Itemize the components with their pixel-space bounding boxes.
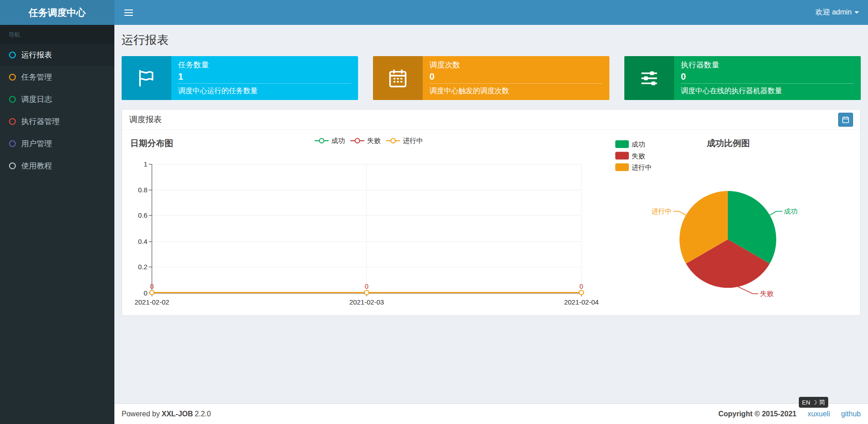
- circle-icon: [9, 140, 16, 148]
- circle-icon: [9, 95, 16, 103]
- y-axis-tick-label: 0: [144, 289, 147, 297]
- pie-legend-item-success[interactable]: 成功: [615, 140, 645, 148]
- info-box-job-count: 任务数量 1 调度中心运行的任务数量: [122, 56, 358, 100]
- axes: [149, 164, 581, 296]
- sidebar-menu: 运行报表 任务管理 调度日志 执行器管理 用户管理: [0, 44, 114, 177]
- y-axis-tick-label: 0.6: [138, 211, 147, 219]
- x-axis-tick-label: 2021-02-04: [564, 298, 599, 306]
- sidebar-item-job-management[interactable]: 任务管理: [0, 66, 114, 88]
- ime-indicator[interactable]: EN ☽ 简: [799, 397, 828, 408]
- welcome-text: 欢迎 admin: [816, 8, 852, 17]
- legend-label: 成功: [632, 140, 645, 148]
- sidebar: 导航 运行报表 任务管理 调度日志 执行器管理: [0, 25, 114, 424]
- info-box-content: 任务数量 1 调度中心运行的任务数量: [171, 56, 358, 100]
- x-axis-tick-label: 2021-02-03: [349, 298, 384, 306]
- pie-legend-item-running[interactable]: 进行中: [615, 163, 652, 171]
- info-box-value: 0: [429, 71, 603, 82]
- github-link[interactable]: github: [841, 410, 861, 418]
- panel-title: 调度报表: [129, 114, 162, 125]
- info-box-row: 任务数量 1 调度中心运行的任务数量 调度次数 0 调度中心触发的调度次数: [122, 56, 861, 100]
- info-box-content: 调度次数 0 调度中心触发的调度次数: [423, 56, 609, 100]
- pie-slice-label: 进行中: [651, 207, 672, 215]
- app-logo[interactable]: 任务调度中心: [0, 0, 114, 25]
- data-point-marker[interactable]: [150, 291, 154, 295]
- info-box-desc: 调度中心触发的调度次数: [429, 83, 603, 100]
- legend-label: 失败: [367, 137, 381, 144]
- powered-by: Powered byXXL-JOB2.2.0: [122, 410, 211, 418]
- y-axis-tick-label: 0.8: [138, 186, 147, 194]
- top-navbar: 任务调度中心 欢迎 admin: [0, 0, 868, 25]
- info-box-label: 调度次数: [429, 60, 603, 70]
- sidebar-item-label: 运行报表: [21, 50, 52, 60]
- legend-label: 失败: [632, 152, 645, 160]
- navbar: 欢迎 admin: [114, 0, 868, 25]
- sidebar-nav-label: 导航: [0, 25, 114, 44]
- sidebar-toggle-button[interactable]: [123, 8, 134, 18]
- circle-icon: [9, 118, 16, 125]
- date-range-button[interactable]: [838, 113, 853, 127]
- info-box-value: 0: [681, 71, 854, 82]
- line-legend-item-fail[interactable]: 失败: [350, 137, 381, 144]
- sliders-icon: [624, 56, 674, 100]
- author-link[interactable]: xuxueli: [807, 410, 830, 418]
- y-axis-tick-label: 1: [144, 160, 147, 168]
- legend-label: 进行中: [632, 163, 652, 171]
- version-text: 2.2.0: [195, 410, 211, 418]
- info-box-desc: 调度中心在线的执行器机器数量: [681, 83, 854, 100]
- user-menu[interactable]: 欢迎 admin: [816, 8, 859, 17]
- data-point-marker[interactable]: [364, 291, 369, 295]
- info-box-label: 执行器数量: [681, 60, 854, 70]
- circle-icon: [9, 73, 16, 81]
- powered-by-text: Powered by: [122, 410, 160, 418]
- report-panel-header: 调度报表: [122, 110, 860, 130]
- legend-label: 成功: [331, 137, 345, 144]
- copyright-text: Copyright © 2015-2021: [718, 410, 797, 418]
- content-wrapper: 运行报表 任务数量 1 调度中心运行的任务数量: [114, 25, 868, 403]
- info-box-value: 1: [178, 71, 351, 82]
- circle-icon: [9, 162, 16, 170]
- calendar-icon: [842, 116, 849, 124]
- sidebar-item-label: 调度日志: [21, 94, 52, 105]
- sidebar-item-executor-management[interactable]: 执行器管理: [0, 110, 114, 133]
- sidebar-item-label: 使用教程: [21, 161, 52, 171]
- brand-name: XXL-JOB: [162, 410, 193, 418]
- sidebar-item-user-management[interactable]: 用户管理: [0, 133, 114, 155]
- data-point-label: 0: [365, 282, 368, 290]
- info-box-content: 执行器数量 0 调度中心在线的执行器机器数量: [674, 56, 861, 100]
- info-box-desc: 调度中心运行的任务数量: [178, 83, 351, 100]
- calendar-icon: [373, 56, 423, 100]
- data-point-label: 0: [580, 282, 583, 290]
- pie-legend-item-fail[interactable]: 失败: [615, 152, 645, 160]
- sidebar-item-label: 用户管理: [21, 138, 52, 149]
- line-chart-title: 日期分布图: [130, 138, 173, 148]
- circle-icon: [9, 51, 16, 59]
- flag-icon: [122, 56, 171, 100]
- ime-en-label: EN: [802, 399, 810, 406]
- ime-cn-label: 简: [819, 398, 825, 406]
- pie-slice-label: 失败: [760, 290, 774, 297]
- y-axis-tick-label: 0.2: [138, 263, 147, 271]
- line-legend-item-running[interactable]: 进行中: [386, 137, 423, 144]
- label-connector: [738, 287, 758, 294]
- report-panel: 调度报表 日期分布图 成功: [122, 109, 861, 316]
- data-point-label: 0: [150, 282, 154, 290]
- sidebar-item-run-report[interactable]: 运行报表: [0, 44, 114, 66]
- label-connector: [770, 211, 783, 215]
- sidebar-item-tutorial[interactable]: 使用教程: [0, 155, 114, 177]
- line-legend-item-success[interactable]: 成功: [315, 137, 345, 144]
- info-box-executor-count: 执行器数量 0 调度中心在线的执行器机器数量: [624, 56, 861, 100]
- hamburger-icon: [124, 10, 133, 16]
- sidebar-item-schedule-log[interactable]: 调度日志: [0, 88, 114, 110]
- pie-slice-label: 成功: [784, 207, 797, 215]
- pie-chart-title: 成功比例图: [707, 138, 750, 148]
- footer: Powered byXXL-JOB2.2.0 Copyright © 2015-…: [114, 403, 868, 424]
- success-ratio-pie-chart: 成功 失败 进行中 成功比例图: [611, 135, 846, 312]
- x-axis-tick-label: 2021-02-02: [135, 298, 170, 306]
- date-distribution-chart: 日期分布图 成功 失败 进行中: [129, 135, 611, 312]
- sidebar-item-label: 执行器管理: [21, 116, 60, 127]
- moon-icon: ☽: [812, 399, 817, 406]
- caret-down-icon: [854, 11, 859, 14]
- data-point-marker[interactable]: [579, 291, 584, 295]
- page-title: 运行报表: [122, 32, 861, 48]
- grid-lines: [152, 164, 581, 293]
